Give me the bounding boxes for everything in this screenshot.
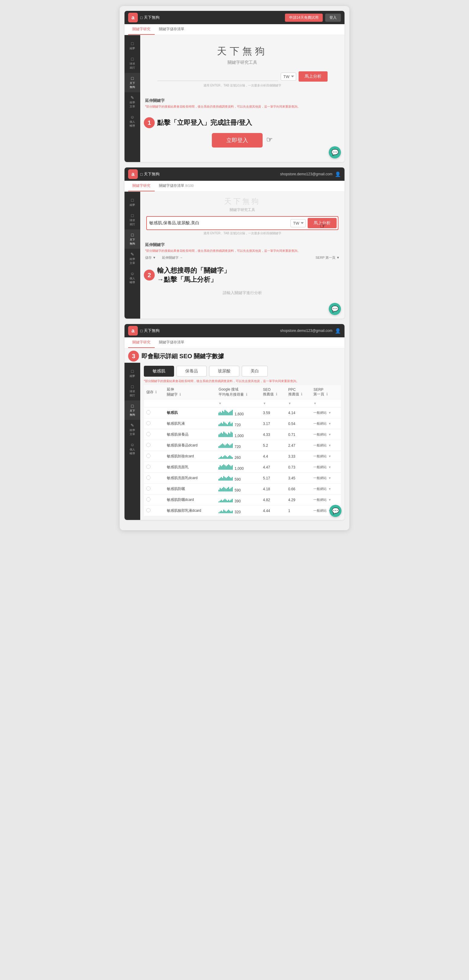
chat-bubble-2[interactable]: 💬: [329, 303, 341, 315]
sidebar-item-3-2[interactable]: □ 球求就打: [124, 381, 140, 401]
trial-button[interactable]: 申請14天免費試用: [285, 14, 323, 22]
tab-saved-kw-1[interactable]: 關鍵字儲存清單: [155, 24, 189, 35]
table-filter-row: ▼ ▼ ▼ ▼: [144, 399, 341, 407]
section-3: a □ 天下無狗 shopstore.demo123@gmail.com 👤 關…: [124, 324, 345, 520]
cell-serp-1[interactable]: 一般網站 ▼: [311, 418, 341, 429]
cell-kw-9: 敏感肌臉部乳液dcard: [164, 506, 216, 516]
region-select-2[interactable]: TW: [290, 219, 306, 228]
sidebar-item-2-3[interactable]: □ 天下無狗: [124, 229, 140, 249]
cell-save-6[interactable]: [144, 473, 164, 484]
search-input-1[interactable]: [157, 72, 278, 81]
search-row-1: TW 馬上分析: [146, 72, 339, 82]
cell-ppc-0: 4.14: [286, 407, 311, 418]
cell-vol-3: 720: [216, 440, 261, 451]
cell-save-5[interactable]: [144, 462, 164, 473]
kw-tab-2[interactable]: 玻尿酸: [209, 366, 239, 377]
cell-serp-0[interactable]: 一般網站 ▼: [311, 407, 341, 418]
topbar-right-1: 申請14天免費試用 登入: [285, 14, 341, 22]
kw-tab-3[interactable]: 美白: [242, 366, 268, 377]
cell-vol-9: 320: [216, 506, 261, 516]
tab-bar-3: 關鍵字研究 關鍵字儲存清單: [124, 337, 345, 348]
cell-serp-8[interactable]: 一般網站 ▼: [311, 495, 341, 506]
cell-ppc-7: 0.66: [286, 484, 311, 495]
step-badge-1: 1: [144, 117, 155, 128]
cell-save-7[interactable]: [144, 484, 164, 495]
sidebar-item-3[interactable]: □ 天下無狗: [124, 73, 140, 92]
cell-save-3[interactable]: [144, 440, 164, 451]
filter-serp: ▼: [311, 399, 341, 407]
chat-bubble-3[interactable]: 💬: [329, 505, 342, 517]
logo-1: a: [128, 13, 138, 22]
main-1: 天下無狗 關鍵字研究工具 TW 馬上分析 適用 ENTER、TAB 逗號試分隔，…: [140, 35, 345, 162]
login-button-top[interactable]: 登入: [325, 14, 341, 22]
cell-kw-6: 敏感肌洗面乳dcard: [164, 473, 216, 484]
sidebar-item-4[interactable]: ✎ 統學文章: [124, 92, 140, 111]
extend-col-serp: SERP 第一頁 ▼: [315, 255, 340, 260]
sidebar-item-3-1[interactable]: □ 縮夢: [124, 366, 140, 381]
cell-ppc-3: 2.47: [286, 440, 311, 451]
cell-serp-3[interactable]: 一般網站 ▼: [311, 440, 341, 451]
brand-name-3: 天下無狗: [144, 328, 159, 333]
cell-serp-5[interactable]: 一般網站 ▼: [311, 462, 341, 473]
step-row-1: 1 點擊「立即登入」完成註冊/登入: [140, 115, 345, 130]
sidebar-item-2[interactable]: □ 球求就打: [124, 54, 140, 73]
sidebar-item-3-4[interactable]: ✎ 統學文章: [124, 420, 140, 439]
cell-serp-2[interactable]: 一般網站 ▼: [311, 429, 341, 440]
cell-kw-7: 敏感肌防曬: [164, 484, 216, 495]
cell-save-1[interactable]: [144, 418, 164, 429]
hero-2: 天下無狗 關鍵字研究工具 TW 馬上分析 適用 ENTER、TAB 逗號試分隔，…: [140, 192, 345, 239]
cell-save-8[interactable]: [144, 495, 164, 506]
sidebar-item-2-1[interactable]: □ 縮夢: [124, 195, 140, 210]
monitor-icon-3: □: [140, 329, 143, 333]
search-input-2[interactable]: [148, 219, 289, 228]
cell-save-2[interactable]: [144, 429, 164, 440]
extend-1: 延伸關鍵字 *部分關鍵字的搜索結果會花較長時間，後台系統仍查持續調查資料，可以先…: [140, 95, 345, 115]
kw-tab-0[interactable]: 敏感肌: [144, 366, 174, 377]
cell-kw-0: 敏感肌: [164, 407, 216, 418]
cell-save-0[interactable]: [144, 407, 164, 418]
cell-seo-8: 4.82: [261, 495, 286, 506]
sidebar-1: □ 縮夢 □ 球求就打 □ 天下無狗 ✎ 統學文章 ☺ 個人輔導: [124, 35, 140, 162]
sidebar-item-5[interactable]: ☺ 個人輔導: [124, 111, 140, 131]
sidebar-label-1: 縮夢: [130, 46, 135, 51]
login-big-button[interactable]: 立即登入: [212, 133, 262, 148]
region-select-1[interactable]: TW: [281, 73, 296, 81]
chat-bubble-1[interactable]: 💬: [329, 146, 341, 158]
tab-keyword-research-1[interactable]: 關鍵字研究: [128, 24, 155, 35]
sidebar-icon-5: ☺: [130, 115, 135, 119]
cell-seo-2: 4.33: [261, 429, 286, 440]
main-2: 天下無狗 關鍵字研究工具 TW 馬上分析 適用 ENTER、TAB 逗號試分隔，…: [140, 192, 345, 318]
table-row: 敏感肌1,6003.594.14一般網站 ▼: [144, 407, 341, 418]
filter-save: [144, 399, 164, 407]
sidebar-item-3-5[interactable]: ☺ 個人輔導: [124, 439, 140, 458]
table-row: 敏感肌保養品dcard7205.22.47一般網站 ▼: [144, 440, 341, 451]
th-save: 儲存 ℹ: [144, 385, 164, 399]
cell-save-4[interactable]: [144, 451, 164, 462]
topbar-1: a □ 天下無狗 申請14天免費試用 登入: [124, 11, 345, 24]
topbar-2: a □ 天下無狗 shopstore.demo123@gmail.com 👤: [124, 167, 345, 181]
extend-cols-2: 儲存 ▼ 延伸關鍵字 → SERP 第一頁 ▼: [145, 255, 340, 260]
analyze-button-1[interactable]: 馬上分析: [299, 72, 328, 82]
sidebar-item-2-2[interactable]: □ 球求就打: [124, 210, 140, 229]
tab-bar-2: 關鍵字研究 關鍵字儲存清單 8/100: [124, 181, 345, 192]
sidebar-item-1[interactable]: □ 縮夢: [124, 38, 140, 54]
sidebar-item-2-4[interactable]: ✎ 統學文章: [124, 249, 140, 268]
cell-serp-7[interactable]: 一般網站 ▼: [311, 484, 341, 495]
filter-ppc: ▼: [286, 399, 311, 407]
cell-vol-8: 390: [216, 495, 261, 506]
kw-tab-1[interactable]: 保養品: [176, 366, 207, 377]
sidebar-item-3-3[interactable]: □ 天下無狗: [124, 401, 140, 420]
cell-vol-4: 260: [216, 451, 261, 462]
tab-saved-kw-3[interactable]: 關鍵字儲存清單: [155, 337, 189, 348]
cell-save-9[interactable]: [144, 506, 164, 516]
table-row: 敏感肌卸妝dcard2604.43.33一般網站 ▼: [144, 451, 341, 462]
sidebar-icon-3: □: [131, 76, 134, 81]
cell-serp-4[interactable]: 一般網站 ▼: [311, 451, 341, 462]
cell-serp-6[interactable]: 一般網站 ▼: [311, 473, 341, 484]
tab-keyword-research-2[interactable]: 關鍵字研究: [128, 181, 155, 191]
table-body: 敏感肌1,6003.594.14一般網站 ▼敏感肌乳液7203.170.54一般…: [144, 407, 341, 516]
tab-saved-kw-2[interactable]: 關鍵字儲存清單 8/100: [155, 181, 198, 191]
tab-keyword-research-3[interactable]: 關鍵字研究: [128, 337, 155, 348]
cell-vol-0: 1,600: [216, 407, 261, 418]
sidebar-item-2-5[interactable]: ☺ 個人輔導: [124, 268, 140, 288]
